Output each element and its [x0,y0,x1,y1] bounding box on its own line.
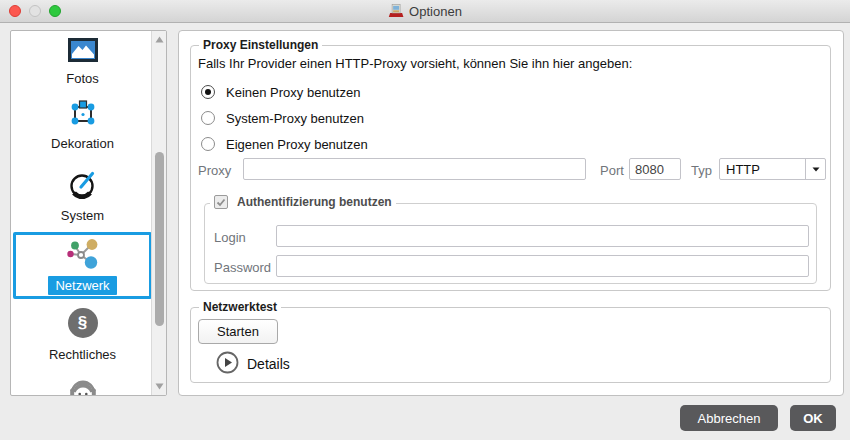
details-disclosure-button[interactable] [216,351,239,374]
scroll-up-icon[interactable] [152,36,166,43]
radio-button-icon[interactable] [201,111,215,125]
network-nodes-icon [65,237,101,269]
authentication-group: Authentifizierung benutzen Login Passwor… [204,203,817,284]
network-test-group: Netzwerktest Starten Details [190,307,831,383]
proxy-type-select[interactable]: HTTP [719,158,826,180]
ok-button[interactable]: OK [790,405,836,431]
window-title-group: Optionen [388,0,462,22]
selection-frame-icon [68,98,98,127]
sidebar-item-netzwerk[interactable]: Netzwerk [13,232,152,299]
login-label: Login [214,230,246,245]
sidebar-item-fotos[interactable]: Fotos [13,35,152,89]
radio-button-icon[interactable] [201,137,215,151]
auth-checkbox[interactable] [214,195,228,209]
port-input[interactable] [629,158,681,180]
radio-button-icon[interactable] [201,85,215,99]
sidebar-item-label: Fotos [66,71,99,86]
proxy-description: Falls Ihr Provider einen HTTP-Proxy vors… [198,56,632,71]
login-input[interactable] [276,225,809,247]
scroll-down-icon[interactable] [152,383,166,390]
typ-field-label: Typ [691,163,712,178]
scrollbar-thumb[interactable] [155,152,164,326]
zoom-button[interactable] [49,5,61,17]
auth-legend-text: Authentifizierung benutzen [237,195,392,209]
main-panel: Proxy Einstellungen Falls Ihr Provider e… [178,30,844,396]
sidebar-item-rechtliches[interactable]: § Rechtliches [13,305,152,365]
title-bar: Optionen [0,0,850,23]
password-label: Password [214,260,271,275]
radio-system-proxy[interactable]: System-Proxy benutzen [201,110,364,126]
support-headset-icon [67,375,99,396]
proxy-group-legend: Proxy Einstellungen [199,38,322,52]
category-list: Fotos Dekoration [11,31,152,395]
gauge-icon [68,169,98,199]
sidebar-item-label: Netzwerk [48,276,116,295]
sidebar-item-label: System [61,208,104,223]
sidebar-item-label: Dekoration [51,136,114,151]
play-icon [216,351,239,374]
sidebar-scrollbar[interactable] [151,31,166,395]
sidebar-item-system[interactable]: System [13,166,152,226]
checkmark-icon [215,196,227,208]
password-input[interactable] [276,255,809,277]
chevron-down-icon[interactable] [805,159,825,179]
proxy-type-value: HTTP [720,162,805,177]
sidebar-item-support[interactable] [13,372,152,396]
sidebar-item-label: Rechtliches [49,347,116,362]
app-icon [388,3,404,19]
auth-group-legend: Authentifizierung benutzen [210,195,396,209]
window-title: Optionen [409,4,462,19]
proxy-settings-group: Proxy Einstellungen Falls Ihr Provider e… [190,45,831,291]
proxy-field-label: Proxy [198,163,231,178]
radio-no-proxy[interactable]: Keinen Proxy benutzen [201,84,360,100]
proxy-host-input[interactable] [243,158,586,180]
start-button[interactable]: Starten [198,319,278,344]
photo-icon [68,38,98,62]
category-sidebar: Fotos Dekoration [10,30,167,396]
minimize-button[interactable] [29,5,41,17]
sidebar-item-dekoration[interactable]: Dekoration [13,95,152,154]
network-test-legend: Netzwerktest [199,300,281,314]
port-field-label: Port [600,163,624,178]
close-button[interactable] [9,5,21,17]
paragraph-sign-icon: § [68,308,98,338]
cancel-button[interactable]: Abbrechen [680,405,778,431]
details-label: Details [247,356,290,372]
radio-own-proxy[interactable]: Eigenen Proxy benutzen [201,136,368,152]
